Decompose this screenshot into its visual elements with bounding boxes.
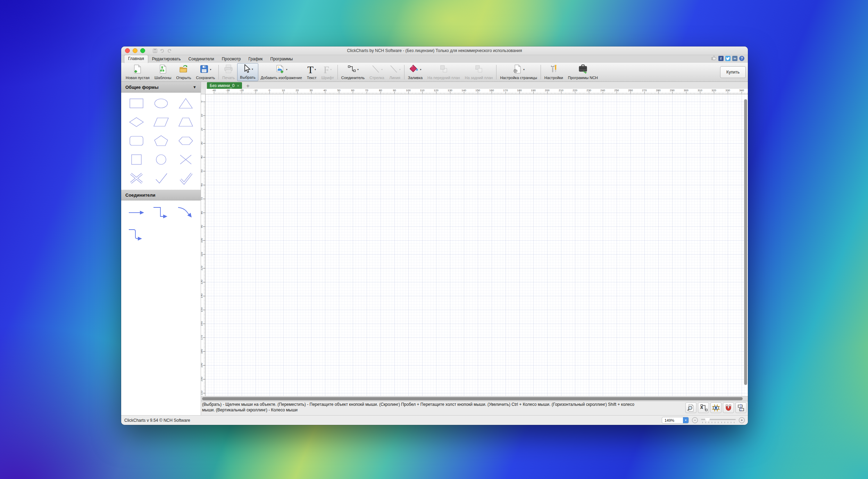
zoom-dropdown-icon[interactable]: ▾ bbox=[683, 417, 688, 423]
arrow-dropdown-icon[interactable]: ▾ bbox=[381, 68, 383, 71]
shape-cross-outline[interactable] bbox=[128, 172, 145, 185]
zoom-slider-thumb[interactable] bbox=[705, 418, 710, 422]
linkedin-icon[interactable]: in bbox=[732, 56, 737, 61]
status-hint-text: (Выбрать) - Щелчек мыши на объекте. (Пер… bbox=[202, 402, 634, 413]
zoom-window-button[interactable] bbox=[140, 48, 145, 53]
twitter-icon[interactable] bbox=[725, 56, 731, 61]
drawing-canvas[interactable] bbox=[206, 94, 748, 396]
ruler-corner bbox=[201, 89, 206, 94]
quick-save-icon[interactable] bbox=[153, 49, 157, 53]
align-objects-button[interactable] bbox=[735, 402, 746, 413]
collapse-icon[interactable]: ▼ bbox=[193, 85, 197, 89]
facebook-icon[interactable]: f bbox=[718, 56, 724, 61]
font-dropdown-icon[interactable]: ▾ bbox=[330, 68, 332, 71]
line-dropdown-icon[interactable]: ▾ bbox=[399, 68, 401, 71]
connector-straight-arrow[interactable] bbox=[127, 205, 145, 220]
print-button[interactable]: Печать bbox=[220, 63, 237, 81]
arrow-button[interactable]: ▾ Стрелка bbox=[367, 63, 386, 81]
shapes-section-header[interactable]: Общие формы ▼ bbox=[121, 82, 201, 93]
open-button[interactable]: Открыть bbox=[174, 63, 193, 81]
settings-button[interactable]: Настройки bbox=[542, 63, 566, 81]
nch-programs-button[interactable]: Программы NCH bbox=[566, 63, 600, 81]
shape-square[interactable] bbox=[128, 153, 145, 166]
tab-grafik[interactable]: График bbox=[245, 55, 267, 63]
tab-close-icon[interactable]: × bbox=[237, 84, 239, 88]
shape-cross-lines[interactable] bbox=[177, 153, 194, 166]
text-button[interactable]: T ▾ Текст bbox=[304, 63, 319, 81]
vertical-scrollbar[interactable] bbox=[744, 99, 747, 385]
templates-button[interactable]: Шаблоны bbox=[152, 63, 174, 81]
zoom-in-button[interactable]: + bbox=[739, 417, 745, 423]
zoom-level-value: 149% bbox=[662, 418, 683, 422]
nch-suite-icon bbox=[578, 64, 588, 75]
traffic-lights bbox=[121, 48, 145, 53]
tab-soediniteli[interactable]: Соединители bbox=[185, 55, 218, 63]
toolbar-separator bbox=[404, 65, 404, 79]
shape-rounded-rectangle[interactable] bbox=[128, 134, 145, 147]
shape-pentagon[interactable] bbox=[153, 134, 169, 147]
settings-tools-icon bbox=[549, 64, 558, 75]
window-title: ClickCharts by NCH Software - (Без лицен… bbox=[121, 48, 748, 53]
line-button[interactable]: ▾ Линия bbox=[387, 63, 403, 81]
zoom-slider[interactable] bbox=[701, 418, 736, 423]
close-window-button[interactable] bbox=[125, 48, 130, 53]
add-image-dropdown-icon[interactable]: ▾ bbox=[286, 68, 287, 71]
new-tab-button[interactable]: + bbox=[246, 83, 250, 89]
fill-ink-icon bbox=[409, 64, 419, 75]
connector-dropdown-icon[interactable]: ▾ bbox=[357, 68, 359, 71]
shape-circle[interactable] bbox=[153, 153, 169, 166]
send-to-back-button[interactable]: На задний план bbox=[462, 63, 495, 81]
shape-check-thin[interactable] bbox=[153, 172, 169, 185]
snap-magnet-button[interactable] bbox=[723, 402, 734, 413]
redo-icon[interactable] bbox=[167, 49, 172, 53]
tab-programmy[interactable]: Программы bbox=[267, 55, 297, 63]
connector-curve-arrow[interactable] bbox=[177, 205, 195, 220]
fill-dropdown-icon[interactable]: ▾ bbox=[420, 68, 421, 71]
like-icon[interactable] bbox=[711, 55, 717, 62]
shape-diamond[interactable] bbox=[128, 116, 145, 129]
connectors-section-header[interactable]: Соединители bbox=[121, 190, 201, 200]
connector-text-button[interactable]: A bbox=[698, 402, 709, 413]
shape-check-outline[interactable] bbox=[177, 172, 194, 185]
grid-visibility-button[interactable] bbox=[710, 402, 721, 413]
minimize-window-button[interactable] bbox=[133, 48, 137, 53]
select-button[interactable]: ▾ Выбрать bbox=[237, 63, 258, 81]
connector-elbow-arrow[interactable] bbox=[152, 205, 170, 220]
shape-rectangle[interactable] bbox=[128, 97, 145, 110]
buy-button[interactable]: Купить bbox=[720, 66, 746, 78]
tab-glavnaya[interactable]: Главная bbox=[124, 55, 148, 63]
shape-triangle[interactable] bbox=[177, 97, 194, 110]
open-folder-icon bbox=[179, 64, 189, 75]
undo-icon[interactable] bbox=[160, 49, 165, 53]
horizontal-scrollbar[interactable] bbox=[201, 396, 748, 401]
save-dropdown-icon[interactable]: ▾ bbox=[210, 68, 211, 71]
horizontal-scrollbar-thumb[interactable] bbox=[202, 397, 743, 400]
connector-button[interactable]: ▾ Соединитель bbox=[339, 63, 367, 81]
save-floppy-icon bbox=[200, 64, 209, 75]
page-setup-button[interactable]: ▾ Настройка страницы bbox=[498, 63, 539, 81]
zoom-out-button[interactable]: − bbox=[692, 417, 698, 423]
font-button[interactable]: F ▾ Шрифт bbox=[319, 63, 336, 81]
shape-trapezoid[interactable] bbox=[177, 116, 194, 129]
select-dropdown-icon[interactable]: ▾ bbox=[252, 68, 253, 71]
zoom-level-select[interactable]: 149% ▾ bbox=[662, 417, 689, 424]
tab-prosmotr[interactable]: Просмотр bbox=[218, 55, 245, 63]
send-back-icon bbox=[474, 64, 484, 75]
help-icon[interactable]: ? bbox=[739, 56, 744, 61]
text-dropdown-icon[interactable]: ▾ bbox=[315, 68, 316, 71]
font-tool-icon: F bbox=[324, 65, 329, 75]
save-button[interactable]: ▾ Сохранить bbox=[194, 63, 218, 81]
shape-parallelogram[interactable] bbox=[153, 116, 169, 129]
fill-button[interactable]: ▾ Заливка bbox=[406, 63, 425, 81]
new-blank-button[interactable]: Новая пустая bbox=[123, 63, 152, 81]
tab-redaktirovat[interactable]: Редактировать bbox=[148, 55, 185, 63]
connector-rounded-elbow-arrow[interactable] bbox=[127, 228, 145, 242]
zoom-to-page-button[interactable] bbox=[685, 402, 696, 413]
add-image-button[interactable]: ▾ Добавить изображение bbox=[258, 63, 304, 81]
page-setup-dropdown-icon[interactable]: ▾ bbox=[523, 68, 525, 71]
shape-ellipse[interactable] bbox=[153, 97, 169, 110]
document-tab[interactable]: Без имени_0 × bbox=[207, 82, 242, 89]
clickcharts-window: ClickCharts by NCH Software - (Без лицен… bbox=[121, 46, 748, 425]
bring-to-front-button[interactable]: На передний план bbox=[425, 63, 462, 81]
shape-hexagon[interactable] bbox=[177, 134, 194, 147]
